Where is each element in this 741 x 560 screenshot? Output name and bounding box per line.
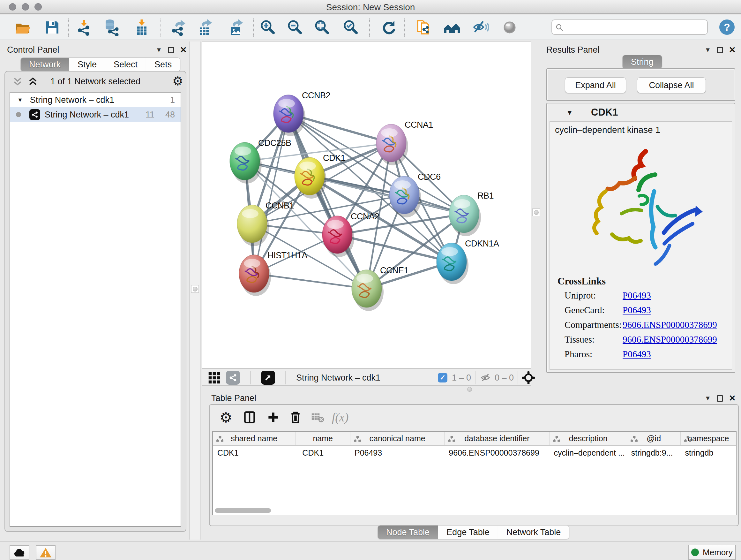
refresh-icon[interactable] bbox=[380, 19, 397, 36]
tab-network[interactable]: Network bbox=[20, 57, 69, 71]
network-edge[interactable] bbox=[254, 114, 288, 273]
panel-float-icon[interactable] bbox=[168, 47, 174, 53]
right-splitter-handle[interactable] bbox=[532, 208, 540, 216]
save-session-icon[interactable] bbox=[44, 19, 61, 36]
panel-close-icon[interactable]: ✕ bbox=[729, 393, 736, 403]
column-header-name[interactable]: name bbox=[295, 432, 350, 445]
network-edge[interactable] bbox=[254, 273, 367, 289]
network-node-cdc6[interactable]: CDC6 bbox=[389, 172, 441, 217]
panel-close-icon[interactable]: ✕ bbox=[180, 45, 187, 55]
node-table: shared name name canonical name database… bbox=[212, 431, 737, 515]
import-table-file-icon[interactable] bbox=[133, 19, 150, 36]
tab-string[interactable]: String bbox=[622, 55, 662, 69]
grid-view-icon[interactable] bbox=[208, 372, 220, 385]
network-node-cdkn1a[interactable]: CDKN1A bbox=[436, 239, 499, 284]
panel-menu-icon[interactable]: ▼ bbox=[704, 46, 711, 54]
open-session-icon[interactable] bbox=[14, 19, 31, 36]
warning-button[interactable] bbox=[36, 545, 56, 560]
panel-float-icon[interactable] bbox=[717, 47, 723, 53]
table-settings-gear-icon[interactable]: ⚙ bbox=[219, 410, 233, 425]
network-share-view-icon[interactable] bbox=[226, 371, 240, 385]
tab-select[interactable]: Select bbox=[105, 57, 146, 71]
tab-sets[interactable]: Sets bbox=[146, 57, 180, 71]
crosslink-label: Pharos: bbox=[564, 349, 592, 360]
entry-collapse-icon[interactable]: ▼ bbox=[566, 109, 573, 117]
cell-id[interactable]: stringdb:9... bbox=[627, 446, 681, 460]
horizontal-splitter-handle[interactable] bbox=[467, 387, 472, 392]
detach-view-icon[interactable] bbox=[261, 371, 275, 385]
hide-unhide-icon[interactable] bbox=[472, 19, 489, 36]
export-image-icon[interactable] bbox=[227, 19, 245, 36]
network-node-ccna2[interactable]: CCNA2 bbox=[322, 212, 379, 257]
show-columns-icon[interactable] bbox=[242, 410, 257, 425]
network-status-dot bbox=[16, 112, 21, 117]
tab-style[interactable]: Style bbox=[69, 57, 105, 71]
delete-table-icon[interactable] bbox=[311, 410, 325, 425]
share-document-icon[interactable] bbox=[415, 19, 432, 36]
selected-checkbox-icon[interactable]: ✓ bbox=[438, 373, 448, 382]
collection-count: 1 bbox=[170, 95, 175, 105]
column-header-description[interactable]: description bbox=[549, 432, 626, 445]
network-collection-row[interactable]: ▼ String Network – cdk1 1 bbox=[10, 92, 181, 107]
expand-all-button[interactable]: Expand All bbox=[565, 77, 626, 93]
zoom-fit-icon[interactable] bbox=[314, 19, 331, 36]
column-header-canonical-name[interactable]: canonical name bbox=[350, 432, 444, 445]
network-node-ccne1[interactable]: CCNE1 bbox=[352, 266, 408, 311]
network-row-selected[interactable]: String Network – cdk1 11 48 bbox=[10, 107, 181, 122]
crosslink-link[interactable]: P06493 bbox=[623, 305, 651, 315]
panel-menu-icon[interactable]: ▼ bbox=[704, 395, 711, 402]
cloud-button[interactable] bbox=[10, 545, 29, 560]
crosslink-link[interactable]: P06493 bbox=[623, 290, 651, 301]
crosslink-link[interactable]: P06493 bbox=[623, 349, 651, 360]
network-edge[interactable] bbox=[288, 114, 367, 289]
collapse-all-button[interactable]: Collapse All bbox=[637, 77, 706, 93]
panel-menu-icon[interactable]: ▼ bbox=[156, 46, 162, 54]
birdseye-navigator-icon[interactable] bbox=[522, 371, 535, 385]
function-builder-icon[interactable]: f(x) bbox=[333, 410, 347, 425]
network-node-ccnb2[interactable]: CCNB2 bbox=[273, 91, 330, 136]
network-canvas[interactable]: CCNB2CCNA1CDC25BCDK1CDC6RB1CCNB1CCNA2CDK… bbox=[202, 42, 531, 368]
panel-float-icon[interactable] bbox=[717, 395, 723, 401]
column-header-id[interactable]: @id bbox=[627, 432, 681, 445]
tab-network-table[interactable]: Network Table bbox=[498, 525, 569, 539]
tab-node-table[interactable]: Node Table bbox=[378, 525, 438, 539]
memory-button[interactable]: Memory bbox=[688, 545, 736, 560]
left-splitter-handle[interactable] bbox=[191, 285, 199, 293]
crosslink-link[interactable]: 9606.ENSP00000378699 bbox=[623, 320, 717, 330]
search-input[interactable] bbox=[566, 21, 703, 34]
table-row[interactable]: CDK1 CDK1 P06493 9606.ENSP00000378699 cy… bbox=[213, 446, 736, 460]
cell-shared-name[interactable]: CDK1 bbox=[213, 446, 295, 460]
column-header-database-identifier[interactable]: database identifier bbox=[444, 432, 549, 445]
panel-close-icon[interactable]: ✕ bbox=[729, 45, 736, 55]
cell-database-identifier[interactable]: 9606.ENSP00000378699 bbox=[444, 446, 549, 460]
collection-expand-icon[interactable]: ▼ bbox=[17, 97, 23, 104]
delete-column-trash-icon[interactable] bbox=[288, 410, 303, 425]
zoom-out-icon[interactable] bbox=[286, 19, 304, 36]
gear-icon[interactable]: ⚙ bbox=[172, 74, 183, 88]
network-graph[interactable]: CCNB2CCNA1CDC25BCDK1CDC6RB1CCNB1CCNA2CDK… bbox=[202, 42, 531, 368]
cell-name[interactable]: CDK1 bbox=[295, 446, 350, 460]
cell-namespace[interactable]: stringdb bbox=[680, 446, 736, 460]
network-node-rb1[interactable]: RB1 bbox=[449, 191, 494, 236]
network-node-hist1h1a[interactable]: HIST1H1A bbox=[239, 251, 308, 296]
export-network-icon[interactable] bbox=[170, 19, 187, 36]
column-header-namespace[interactable]: namespace bbox=[680, 432, 736, 445]
network-node-ccna1[interactable]: CCNA1 bbox=[376, 120, 433, 165]
export-table-icon[interactable] bbox=[197, 19, 214, 36]
zoom-in-icon[interactable] bbox=[259, 19, 277, 36]
help-icon[interactable]: ? bbox=[719, 19, 735, 35]
cell-description[interactable]: cyclin–dependent ... bbox=[549, 446, 626, 460]
column-header-shared-name[interactable]: shared name bbox=[213, 432, 295, 445]
show-graphics-icon[interactable] bbox=[501, 19, 518, 36]
node-label: RB1 bbox=[477, 191, 494, 200]
crosslink-link[interactable]: 9606.ENSP00000378699 bbox=[623, 334, 717, 345]
home-pages-icon[interactable] bbox=[443, 19, 461, 36]
tab-edge-table[interactable]: Edge Table bbox=[438, 525, 498, 539]
horizontal-scrollbar[interactable] bbox=[215, 508, 271, 513]
zoom-selected-icon[interactable] bbox=[342, 19, 360, 36]
network-node-ccnb1[interactable]: CCNB1 bbox=[237, 201, 294, 246]
cell-canonical-name[interactable]: P06493 bbox=[350, 446, 444, 460]
import-network-database-icon[interactable] bbox=[103, 19, 120, 36]
import-network-file-icon[interactable] bbox=[75, 19, 92, 36]
add-column-icon[interactable] bbox=[266, 410, 280, 425]
